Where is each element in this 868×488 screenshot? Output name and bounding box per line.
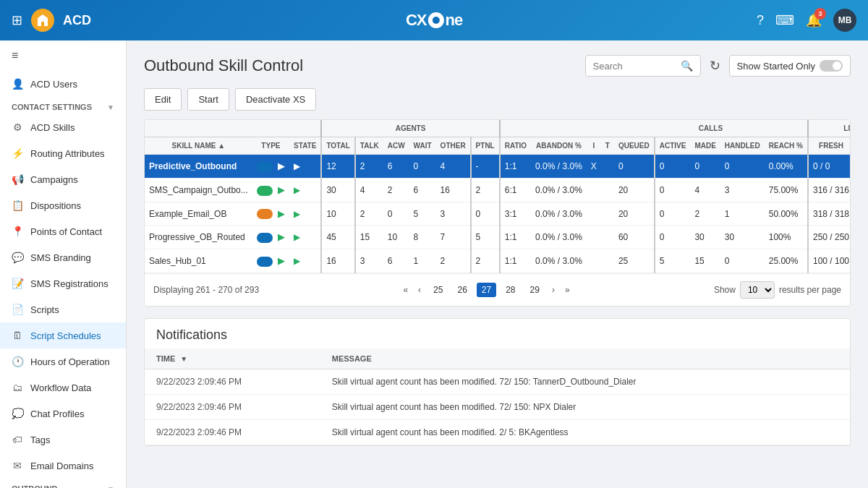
- sidebar-item-acd-skills[interactable]: ⚙ ACD Skills: [0, 114, 126, 140]
- cell-skill-name: Sales_Hub_01: [145, 249, 252, 273]
- cell-queued: 20: [614, 178, 655, 202]
- show-started-label: Show Started Only: [737, 61, 815, 72]
- header-controls: 🔍 ↻ Show Started Only: [585, 55, 851, 77]
- sidebar-toggle[interactable]: ≡: [0, 40, 126, 71]
- cell-ratio: 1:1: [500, 249, 531, 273]
- page-25[interactable]: 25: [428, 283, 448, 297]
- sidebar-item-acd-users[interactable]: 👤 ACD Users: [0, 71, 126, 97]
- col-reach: REACH %: [765, 137, 808, 155]
- next-page-nav[interactable]: ›: [549, 283, 558, 296]
- notifications-section: Notifications TIME ▼ MESSAGE 9/22/2023 2…: [144, 318, 851, 446]
- agents-group-header: AGENTS: [321, 120, 499, 137]
- col-skill-name[interactable]: SKILL NAME ▲: [145, 137, 252, 155]
- edit-button[interactable]: Edit: [144, 88, 182, 111]
- email-icon: ✉: [12, 460, 23, 471]
- cell-abandon: 0.0% / 3.0%: [531, 249, 587, 273]
- action-bar: Edit Start Deactivate XS: [144, 88, 851, 111]
- cell-type: ▶: [252, 226, 289, 249]
- cell-state: ▶: [289, 155, 321, 179]
- notification-row: 9/22/2023 2:09:46 PM Skill virtual agent…: [145, 369, 850, 395]
- prev-page-nav[interactable]: ‹: [415, 283, 424, 296]
- sidebar-item-dispositions[interactable]: 📋 Dispositions: [0, 192, 126, 218]
- cell-active: 0: [655, 202, 691, 226]
- calls-group-header: CALLS: [614, 120, 808, 137]
- scripts-icon: 📄: [12, 304, 23, 315]
- sidebar-item-scripts[interactable]: 📄 Scripts: [0, 296, 126, 322]
- cell-ptnl: -: [471, 155, 500, 179]
- refresh-button[interactable]: ↻: [710, 58, 720, 74]
- cell-t: [601, 155, 614, 179]
- table-row[interactable]: Progressive_OB_Routed ▶ ▶ 45 15 10 8 7 5…: [145, 226, 850, 249]
- last-page-nav[interactable]: »: [562, 283, 573, 296]
- outbound-label: OUTBOUND: [12, 484, 58, 488]
- search-input[interactable]: [593, 61, 675, 72]
- notif-col-time[interactable]: TIME ▼: [145, 348, 320, 369]
- acd-skills-icon: ⚙: [12, 121, 23, 133]
- search-icon[interactable]: 🔍: [681, 60, 693, 72]
- sidebar-section-outbound[interactable]: OUTBOUND ▼: [0, 479, 126, 488]
- notif-message: Skill virtual agent count has been modif…: [320, 369, 850, 395]
- grid-icon[interactable]: ⊞: [12, 12, 22, 28]
- sidebar-label-scripts: Scripts: [30, 304, 59, 315]
- cell-handled: 30: [720, 226, 765, 249]
- notif-time: 9/22/2023 2:09:46 PM: [145, 369, 320, 395]
- start-button[interactable]: Start: [187, 88, 229, 111]
- sidebar-item-campaigns[interactable]: 📢 Campaigns: [0, 166, 126, 192]
- displaying-text: Displaying 261 - 270 of 293: [153, 285, 259, 295]
- toggle-knob: [833, 61, 841, 70]
- cell-handled: 3: [720, 178, 765, 202]
- cell-talk: 4: [355, 178, 383, 202]
- first-page-nav[interactable]: «: [400, 283, 411, 296]
- col-ratio: RATIO: [500, 137, 531, 155]
- sidebar-item-tags[interactable]: 🏷 Tags: [0, 427, 126, 453]
- deactivate-xs-button[interactable]: Deactivate XS: [235, 88, 316, 111]
- sidebar-item-hours-of-operation[interactable]: 🕐 Hours of Operation: [0, 348, 126, 374]
- table-row[interactable]: Predictive_Outbound ▶ ▶ 12 2 6 0 4 - 1:1…: [145, 155, 850, 179]
- bell-icon[interactable]: 🔔 3: [806, 12, 822, 28]
- cell-type: ▶: [252, 155, 289, 179]
- cell-queued: 25: [614, 249, 655, 273]
- sidebar-label-tags: Tags: [30, 435, 50, 445]
- cell-active: 5: [655, 249, 691, 273]
- sidebar-item-sms-branding[interactable]: 💬 SMS Branding: [0, 244, 126, 270]
- sidebar-label-acd-users: ACD Users: [30, 79, 77, 90]
- sidebar-section-contact-settings[interactable]: CONTACT SETTINGS ▼: [0, 97, 126, 114]
- col-made: MADE: [690, 137, 720, 155]
- cell-state: ▶: [289, 178, 321, 202]
- cell-t: [601, 249, 614, 273]
- page-28[interactable]: 28: [501, 283, 520, 297]
- col-active: ACTIVE: [655, 137, 691, 155]
- keyboard-icon[interactable]: ⌨: [775, 12, 794, 28]
- table-row[interactable]: Sales_Hub_01 ▶ ▶ 16 3 6 1 2 2 1:1 0.0% /…: [145, 249, 850, 273]
- sidebar: ≡ 👤 ACD Users CONTACT SETTINGS ▼ ⚙ ACD S…: [0, 40, 127, 488]
- show-started-toggle[interactable]: Show Started Only: [729, 55, 851, 77]
- sidebar-item-routing-attributes[interactable]: ⚡ Routing Attributes: [0, 140, 126, 166]
- sidebar-item-chat-profiles[interactable]: 💭 Chat Profiles: [0, 401, 126, 427]
- search-box[interactable]: 🔍: [585, 55, 701, 77]
- cell-fresh: 318 / 318: [808, 202, 850, 226]
- tags-icon: 🏷: [12, 434, 23, 445]
- started-only-switch[interactable]: [820, 60, 843, 72]
- avatar[interactable]: MB: [833, 9, 856, 32]
- page-29[interactable]: 29: [525, 283, 545, 297]
- cell-talk: 3: [355, 249, 383, 273]
- sidebar-label-sms-reg: SMS Registrations: [30, 278, 109, 289]
- per-page-select[interactable]: 10 25 50: [740, 281, 775, 299]
- sidebar-item-points-of-contact[interactable]: 📍 Points of Contact: [0, 218, 126, 244]
- sidebar-item-sms-registrations[interactable]: 📝 SMS Registrations: [0, 270, 126, 296]
- sidebar-item-script-schedules[interactable]: 🗓 Script Schedules: [0, 322, 126, 348]
- table-row[interactable]: Example_Email_OB ▶ ▶ 10 2 0 5 3 0 3:1 0.…: [145, 202, 850, 226]
- table-row[interactable]: SMS_Campaign_Outbo... ▶ ▶ 30 4 2 6 16 2 …: [145, 178, 850, 202]
- page-26[interactable]: 26: [452, 283, 472, 297]
- cell-t: [601, 226, 614, 249]
- cell-state: ▶: [289, 249, 321, 273]
- help-icon[interactable]: ?: [757, 13, 764, 28]
- sidebar-item-email-domains[interactable]: ✉ Email Domains: [0, 453, 126, 479]
- cell-t: [601, 202, 614, 226]
- page-27-current[interactable]: 27: [477, 283, 496, 297]
- cell-abandon: 0.0% / 3.0%: [531, 202, 587, 226]
- col-abandon: ABANDON %: [531, 137, 587, 155]
- sidebar-item-workflow-data[interactable]: 🗂 Workflow Data: [0, 374, 126, 401]
- sidebar-label-routing: Routing Attributes: [30, 148, 105, 159]
- col-total: TOTAL: [321, 137, 354, 155]
